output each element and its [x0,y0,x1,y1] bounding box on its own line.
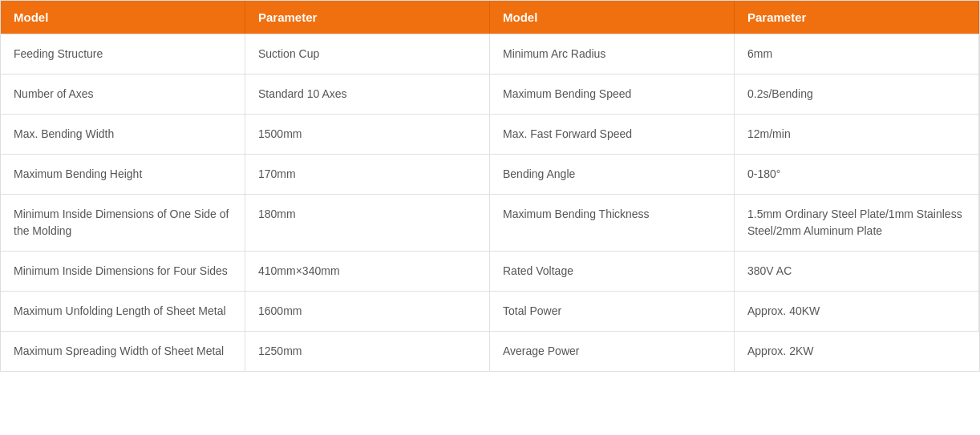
table-row: Feeding Structure [1,34,245,74]
table-row: Max. Fast Forward Speed [490,114,735,154]
table-row: Average Power [490,331,735,371]
header-parameter2: Parameter [735,1,979,34]
table-row: Maximum Bending Height [1,154,245,194]
table-grid: Model Parameter Model Parameter Feeding … [1,1,979,371]
table-row: 1600mm [245,291,490,331]
table-row: 380V AC [735,251,979,291]
table-row: 6mm [735,34,979,74]
spec-table: Model Parameter Model Parameter Feeding … [0,0,980,372]
table-row: Maximum Spreading Width of Sheet Metal [1,331,245,371]
table-row: Max. Bending Width [1,114,245,154]
table-row: Maximum Unfolding Length of Sheet Metal [1,291,245,331]
header-parameter1: Parameter [245,1,490,34]
table-row: 0.2s/Bending [735,74,979,114]
table-row: Bending Angle [490,154,735,194]
table-row: Maximum Bending Speed [490,74,735,114]
table-row: Maximum Bending Thickness [490,194,735,251]
table-row: Total Power [490,291,735,331]
table-row: Minimum Inside Dimensions of One Side of… [1,194,245,251]
table-row: Approx. 40KW [735,291,979,331]
table-row: 12m/min [735,114,979,154]
header-model1: Model [1,1,245,34]
table-row: Minimum Arc Radius [490,34,735,74]
table-row: Standard 10 Axes [245,74,490,114]
table-row: 170mm [245,154,490,194]
table-row: 180mm [245,194,490,251]
table-row: Rated Voltage [490,251,735,291]
header-model2: Model [490,1,735,34]
table-row: Approx. 2KW [735,331,979,371]
table-row: 1250mm [245,331,490,371]
table-row: 0-180° [735,154,979,194]
table-row: 410mm×340mm [245,251,490,291]
table-row: 1.5mm Ordinary Steel Plate/1mm Stainless… [735,194,979,251]
table-row: Suction Cup [245,34,490,74]
table-row: Minimum Inside Dimensions for Four Sides [1,251,245,291]
table-row: Number of Axes [1,74,245,114]
table-row: 1500mm [245,114,490,154]
